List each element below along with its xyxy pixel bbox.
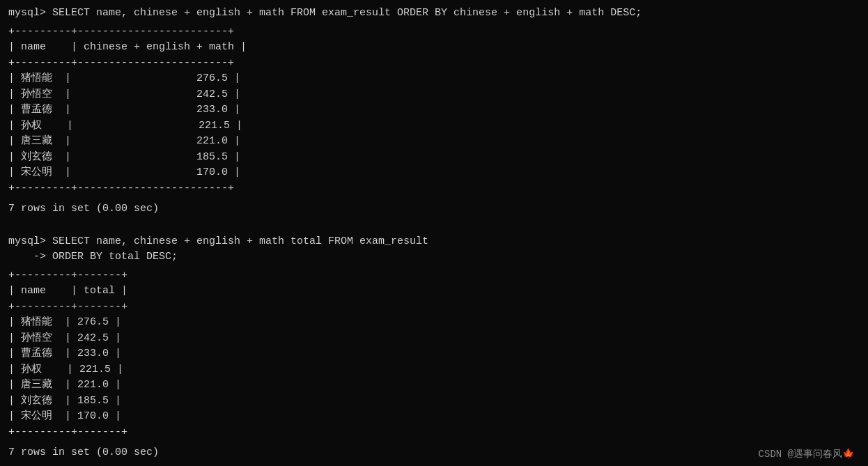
table2-row-2: | 曹孟德 | 233.0 | — [8, 346, 860, 362]
table1-row-3: | 孙权 | 221.5 | — [8, 118, 860, 134]
query2-line2: -> ORDER BY total DESC; — [8, 249, 860, 265]
table2-row-5: | 刘玄德 | 185.5 | — [8, 394, 860, 410]
table2-row-1: | 孙悟空 | 242.5 | — [8, 331, 860, 347]
prompt1: mysql> — [8, 7, 52, 19]
query2-line1: mysql> SELECT name, chinese + english + … — [8, 234, 860, 250]
table2-border-bottom: +---------+-------+ — [8, 425, 860, 441]
sql1: SELECT name, chinese + english + math FR… — [52, 7, 642, 19]
table1-border-top: +---------+------------------------+ — [8, 24, 860, 40]
prompt2: mysql> — [8, 235, 52, 247]
table1-row-5: | 刘玄德 | 185.5 | — [8, 150, 860, 166]
table2-border-top: +---------+-------+ — [8, 268, 860, 284]
table1-header: | name | chinese + english + math | — [8, 40, 860, 56]
table2-row-3: | 孙权 | 221.5 | — [8, 362, 860, 378]
result1-info: 7 rows in set (0.00 sec) — [8, 199, 860, 218]
query2-block: mysql> SELECT name, chinese + english + … — [8, 234, 860, 265]
watermark: CSDN @遇事问春风🍁 — [759, 448, 854, 460]
table2-block: +---------+-------+ | name | total | +--… — [8, 268, 860, 441]
table1-row-1: | 孙悟空 | 242.5 | — [8, 87, 860, 103]
table1-row-6: | 宋公明 | 170.0 | — [8, 165, 860, 181]
table1-block: +---------+------------------------+ | n… — [8, 24, 860, 197]
query1-line: mysql> SELECT name, chinese + english + … — [8, 6, 860, 22]
table2-row-0: | 猪悟能 | 276.5 | — [8, 315, 860, 331]
table1-border-bottom: +---------+------------------------+ — [8, 181, 860, 197]
query1-block: mysql> SELECT name, chinese + english + … — [8, 6, 860, 22]
table1-row-0: | 猪悟能 | 276.5 | — [8, 71, 860, 87]
terminal-output: mysql> SELECT name, chinese + english + … — [8, 6, 860, 462]
table2-header: | name | total | — [8, 284, 860, 300]
table1-row-4: | 唐三藏 | 221.0 | — [8, 134, 860, 150]
blank-line-1 — [8, 218, 860, 234]
table1-row-2: | 曹孟德 | 233.0 | — [8, 102, 860, 118]
table2-border-mid: +---------+-------+ — [8, 300, 860, 316]
table2-row-4: | 唐三藏 | 221.0 | — [8, 378, 860, 394]
sql2: SELECT name, chinese + english + math to… — [52, 235, 428, 247]
result2-info: 7 rows in set (0.00 sec) — [8, 443, 860, 462]
table1-border-mid: +---------+------------------------+ — [8, 56, 860, 72]
table2-row-6: | 宋公明 | 170.0 | — [8, 409, 860, 425]
